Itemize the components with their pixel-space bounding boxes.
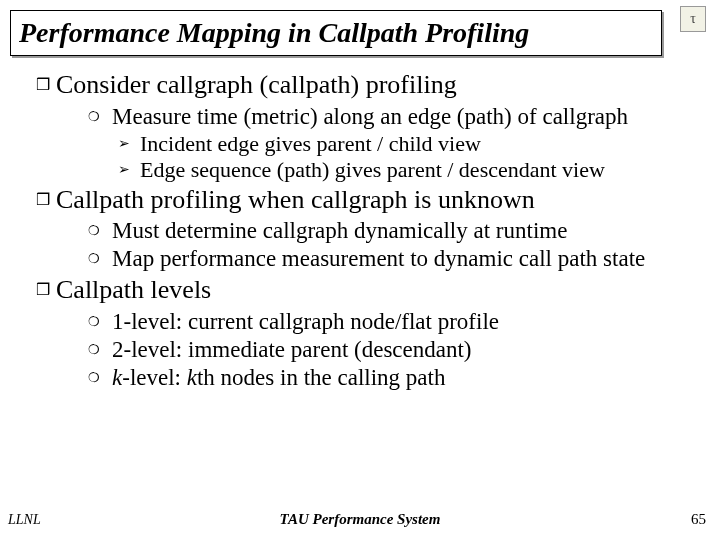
circle-bullet-icon — [88, 103, 112, 131]
bullet-text: 2-level: immediate parent (descendant) — [112, 336, 700, 363]
tau-logo-icon: τ — [680, 6, 706, 32]
circle-bullet-icon — [88, 364, 112, 392]
bullet-text: Callpath profiling when callgraph is unk… — [56, 185, 700, 216]
k-italic: k — [187, 365, 197, 390]
k-italic: k — [112, 365, 122, 390]
title-box: Performance Mapping in Callpath Profilin… — [10, 10, 662, 56]
square-bullet-icon — [30, 275, 56, 305]
arrow-bullet-icon — [118, 157, 140, 183]
bullet-level1: Consider callgraph (callpath) profiling — [30, 70, 700, 101]
arrow-bullet-icon — [118, 131, 140, 157]
bullet-text: Consider callgraph (callpath) profiling — [56, 70, 700, 101]
slide-title: Performance Mapping in Callpath Profilin… — [19, 17, 529, 49]
bullet-text: Incident edge gives parent / child view — [140, 131, 700, 157]
bullet-level2: 1-level: current callgraph node/flat pro… — [88, 308, 700, 336]
circle-bullet-icon — [88, 336, 112, 364]
bullet-text: Measure time (metric) along an edge (pat… — [112, 103, 700, 130]
bullet-level2: Must determine callgraph dynamically at … — [88, 217, 700, 245]
slide: Performance Mapping in Callpath Profilin… — [0, 0, 720, 540]
bullet-level1: Callpath profiling when callgraph is unk… — [30, 185, 700, 216]
bullet-text: Map performance measurement to dynamic c… — [112, 245, 700, 272]
tau-logo-letter: τ — [690, 11, 696, 27]
text-fragment: th nodes in the calling path — [197, 365, 445, 390]
bullet-level1: Callpath levels — [30, 275, 700, 306]
bullet-text: Edge sequence (path) gives parent / desc… — [140, 157, 700, 183]
content-area: Consider callgraph (callpath) profiling … — [30, 68, 700, 392]
square-bullet-icon — [30, 70, 56, 100]
circle-bullet-icon — [88, 217, 112, 245]
bullet-level2: 2-level: immediate parent (descendant) — [88, 336, 700, 364]
bullet-text: Must determine callgraph dynamically at … — [112, 217, 700, 244]
bullet-level3: Incident edge gives parent / child view — [118, 131, 700, 157]
bullet-text: k-level: kth nodes in the calling path — [112, 364, 700, 391]
bullet-text: Callpath levels — [56, 275, 700, 306]
footer-center: TAU Performance System — [0, 511, 720, 528]
square-bullet-icon — [30, 185, 56, 215]
text-fragment: -level: — [122, 365, 187, 390]
bullet-level2: Measure time (metric) along an edge (pat… — [88, 103, 700, 131]
bullet-level2: Map performance measurement to dynamic c… — [88, 245, 700, 273]
page-number: 65 — [691, 511, 706, 528]
circle-bullet-icon — [88, 308, 112, 336]
bullet-text: 1-level: current callgraph node/flat pro… — [112, 308, 700, 335]
bullet-level2: k-level: kth nodes in the calling path — [88, 364, 700, 392]
circle-bullet-icon — [88, 245, 112, 273]
bullet-level3: Edge sequence (path) gives parent / desc… — [118, 157, 700, 183]
